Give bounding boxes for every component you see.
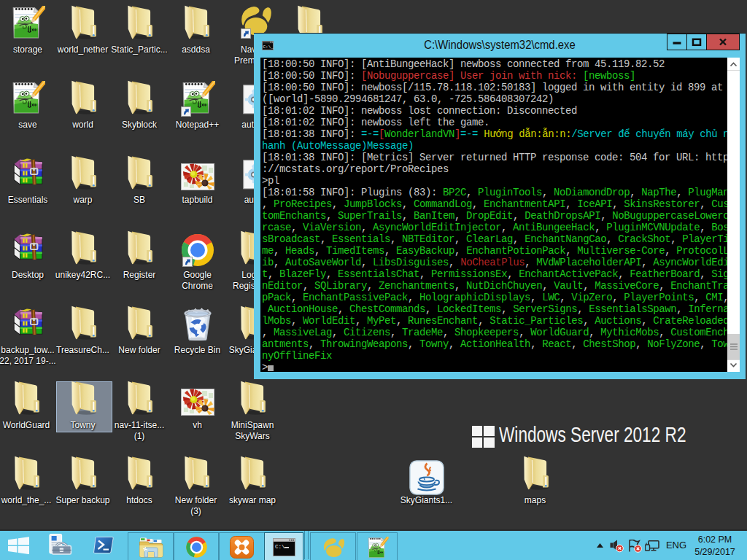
svg-text:C:\: C:\ (275, 544, 285, 550)
